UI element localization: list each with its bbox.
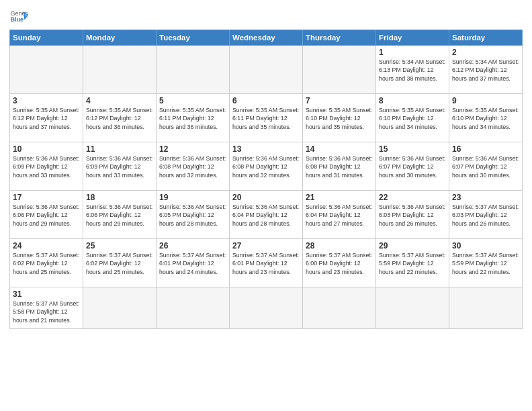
day-info: Sunrise: 5:36 AM Sunset: 6:05 PM Dayligh… [159,203,226,228]
col-header-saturday: Saturday [449,30,523,46]
col-header-wednesday: Wednesday [230,30,303,46]
day-number: 11 [86,144,153,154]
day-number: 23 [452,193,519,202]
calendar-header-row: SundayMondayTuesdayWednesdayThursdayFrid… [10,30,523,46]
page: General Blue SundayMondayTuesdayWednesda… [0,0,532,333]
calendar-cell: 19Sunrise: 5:36 AM Sunset: 6:05 PM Dayli… [157,191,230,239]
day-number: 8 [379,96,446,105]
calendar-cell [376,287,449,329]
calendar-week-row: 24Sunrise: 5:37 AM Sunset: 6:02 PM Dayli… [10,239,523,287]
logo-svg: General Blue [9,7,28,26]
day-number: 9 [452,96,519,105]
svg-text:Blue: Blue [10,16,24,23]
calendar-cell: 8Sunrise: 5:35 AM Sunset: 6:10 PM Daylig… [376,94,449,142]
day-number: 1 [379,48,446,57]
calendar-cell [230,46,303,94]
day-number: 4 [86,96,153,105]
calendar-cell [303,46,376,94]
calendar-cell: 28Sunrise: 5:37 AM Sunset: 6:00 PM Dayli… [303,239,376,287]
calendar-cell: 21Sunrise: 5:36 AM Sunset: 6:04 PM Dayli… [303,191,376,239]
calendar-cell: 13Sunrise: 5:36 AM Sunset: 6:08 PM Dayli… [230,142,303,191]
calendar-cell: 14Sunrise: 5:36 AM Sunset: 6:08 PM Dayli… [303,142,376,191]
calendar-cell: 4Sunrise: 5:35 AM Sunset: 6:12 PM Daylig… [83,94,157,142]
calendar-cell [157,46,230,94]
day-number: 2 [452,48,519,57]
calendar-cell: 23Sunrise: 5:37 AM Sunset: 6:03 PM Dayli… [449,191,523,239]
calendar-cell: 30Sunrise: 5:37 AM Sunset: 5:59 PM Dayli… [449,239,523,287]
day-info: Sunrise: 5:36 AM Sunset: 6:09 PM Dayligh… [86,154,153,179]
calendar-week-row: 1Sunrise: 5:34 AM Sunset: 6:13 PM Daylig… [10,46,523,94]
day-info: Sunrise: 5:34 AM Sunset: 6:12 PM Dayligh… [452,58,519,83]
day-number: 31 [13,289,80,299]
day-number: 12 [159,144,226,154]
calendar-cell: 22Sunrise: 5:36 AM Sunset: 6:03 PM Dayli… [376,191,449,239]
day-info: Sunrise: 5:35 AM Sunset: 6:11 PM Dayligh… [159,106,226,131]
day-info: Sunrise: 5:35 AM Sunset: 6:10 PM Dayligh… [306,106,373,131]
calendar-week-row: 10Sunrise: 5:36 AM Sunset: 6:09 PM Dayli… [10,142,523,191]
calendar-cell: 15Sunrise: 5:36 AM Sunset: 6:07 PM Dayli… [376,142,449,191]
col-header-monday: Monday [83,30,157,46]
day-number: 7 [306,96,373,105]
day-number: 25 [86,241,153,250]
day-info: Sunrise: 5:37 AM Sunset: 6:03 PM Dayligh… [452,203,519,228]
calendar-cell: 1Sunrise: 5:34 AM Sunset: 6:13 PM Daylig… [376,46,449,94]
calendar-cell [10,46,83,94]
day-number: 29 [379,241,446,250]
calendar-cell: 11Sunrise: 5:36 AM Sunset: 6:09 PM Dayli… [83,142,157,191]
calendar-cell: 27Sunrise: 5:37 AM Sunset: 6:01 PM Dayli… [230,239,303,287]
calendar-cell: 17Sunrise: 5:36 AM Sunset: 6:06 PM Dayli… [10,191,83,239]
col-header-friday: Friday [376,30,449,46]
day-number: 22 [379,193,446,202]
day-number: 24 [13,241,80,250]
calendar-cell: 5Sunrise: 5:35 AM Sunset: 6:11 PM Daylig… [157,94,230,142]
day-info: Sunrise: 5:36 AM Sunset: 6:09 PM Dayligh… [13,154,80,179]
logo: General Blue [9,7,30,26]
day-info: Sunrise: 5:36 AM Sunset: 6:08 PM Dayligh… [159,154,226,179]
calendar-cell: 2Sunrise: 5:34 AM Sunset: 6:12 PM Daylig… [449,46,523,94]
day-info: Sunrise: 5:37 AM Sunset: 6:02 PM Dayligh… [13,251,80,276]
day-number: 5 [159,96,226,105]
day-number: 10 [13,144,80,154]
col-header-thursday: Thursday [303,30,376,46]
day-number: 15 [379,144,446,154]
calendar-cell: 10Sunrise: 5:36 AM Sunset: 6:09 PM Dayli… [10,142,83,191]
day-info: Sunrise: 5:35 AM Sunset: 6:10 PM Dayligh… [379,106,446,131]
day-info: Sunrise: 5:37 AM Sunset: 6:01 PM Dayligh… [232,251,300,276]
day-info: Sunrise: 5:35 AM Sunset: 6:11 PM Dayligh… [232,106,300,131]
col-header-sunday: Sunday [10,30,83,46]
calendar-week-row: 17Sunrise: 5:36 AM Sunset: 6:06 PM Dayli… [10,191,523,239]
calendar-cell: 9Sunrise: 5:35 AM Sunset: 6:10 PM Daylig… [449,94,523,142]
day-number: 18 [86,193,153,202]
day-number: 28 [306,241,373,250]
day-info: Sunrise: 5:36 AM Sunset: 6:08 PM Dayligh… [232,154,300,179]
col-header-tuesday: Tuesday [157,30,230,46]
day-number: 26 [159,241,226,250]
calendar-cell [157,287,230,329]
calendar-cell: 29Sunrise: 5:37 AM Sunset: 5:59 PM Dayli… [376,239,449,287]
day-info: Sunrise: 5:36 AM Sunset: 6:04 PM Dayligh… [232,203,300,228]
calendar-cell [303,287,376,329]
day-number: 27 [232,241,300,250]
day-number: 16 [452,144,519,154]
day-info: Sunrise: 5:36 AM Sunset: 6:07 PM Dayligh… [379,154,446,179]
calendar-table: SundayMondayTuesdayWednesdayThursdayFrid… [9,30,523,329]
day-info: Sunrise: 5:35 AM Sunset: 6:12 PM Dayligh… [13,106,80,131]
day-number: 14 [306,144,373,154]
calendar-cell: 16Sunrise: 5:36 AM Sunset: 6:07 PM Dayli… [449,142,523,191]
calendar-cell: 7Sunrise: 5:35 AM Sunset: 6:10 PM Daylig… [303,94,376,142]
calendar-cell: 26Sunrise: 5:37 AM Sunset: 6:01 PM Dayli… [157,239,230,287]
day-info: Sunrise: 5:37 AM Sunset: 6:02 PM Dayligh… [86,251,153,276]
day-info: Sunrise: 5:37 AM Sunset: 6:00 PM Dayligh… [306,251,373,276]
day-number: 13 [232,144,300,154]
day-number: 3 [13,96,80,105]
calendar-cell: 3Sunrise: 5:35 AM Sunset: 6:12 PM Daylig… [10,94,83,142]
day-number: 21 [306,193,373,202]
calendar-cell: 25Sunrise: 5:37 AM Sunset: 6:02 PM Dayli… [83,239,157,287]
calendar-cell [83,287,157,329]
day-info: Sunrise: 5:37 AM Sunset: 6:01 PM Dayligh… [159,251,226,276]
day-info: Sunrise: 5:35 AM Sunset: 6:10 PM Dayligh… [452,106,519,131]
day-number: 17 [13,193,80,202]
day-info: Sunrise: 5:37 AM Sunset: 5:59 PM Dayligh… [379,251,446,276]
day-info: Sunrise: 5:36 AM Sunset: 6:08 PM Dayligh… [306,154,373,179]
header: General Blue [9,7,523,26]
